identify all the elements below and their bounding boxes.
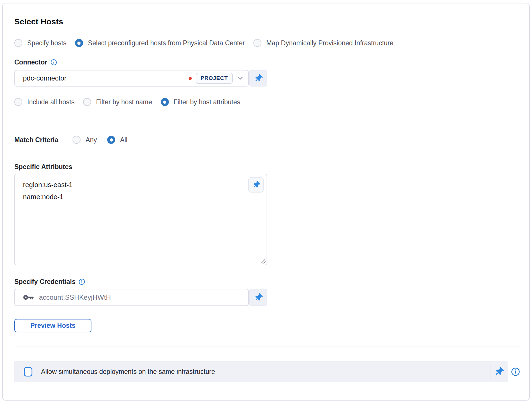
- credentials-pin-button[interactable]: [249, 289, 267, 306]
- preview-hosts-button[interactable]: Preview Hosts: [14, 319, 91, 332]
- section-divider: [14, 346, 520, 346]
- radio-circle-icon[interactable]: [83, 98, 91, 106]
- radio-option-include-all-hosts[interactable]: Include all hosts: [14, 98, 75, 106]
- attributes-pin-button[interactable]: [248, 177, 264, 193]
- radio-circle-icon-selected[interactable]: [75, 39, 83, 47]
- radio-label: Include all hosts: [27, 98, 75, 106]
- connector-input[interactable]: pdc-connector PROJECT: [14, 70, 249, 87]
- footer-info-icon[interactable]: [511, 367, 520, 376]
- match-criteria-label: Match Criteria: [14, 136, 58, 144]
- credentials-value: account.SSHKeyjHWtH: [39, 293, 244, 301]
- radio-option-all[interactable]: All: [107, 136, 128, 144]
- connector-label: Connector: [14, 58, 47, 66]
- simultaneous-deployments-checkbox[interactable]: [24, 367, 32, 376]
- specific-attributes-textarea[interactable]: region:us-east-1 name:node-1: [14, 174, 267, 265]
- chevron-down-icon[interactable]: [237, 75, 244, 82]
- radio-label: Select preconfigured hosts from Physical…: [88, 39, 245, 47]
- specific-attributes-label: Specific Attributes: [14, 163, 72, 171]
- specific-attributes-field: region:us-east-1 name:node-1: [14, 174, 267, 265]
- host-source-radio-group: Specify hosts Select preconfigured hosts…: [14, 39, 520, 47]
- radio-option-specify-hosts[interactable]: Specify hosts: [14, 39, 66, 47]
- radio-circle-icon[interactable]: [73, 136, 81, 144]
- pin-icon: [493, 366, 505, 378]
- credentials-info-icon[interactable]: [79, 279, 85, 285]
- connector-label-row: Connector: [14, 58, 520, 66]
- footer-row: Allow simultaneous deployments on the sa…: [14, 361, 520, 382]
- pin-icon: [253, 73, 264, 84]
- host-filter-radio-group: Include all hosts Filter by host name Fi…: [14, 98, 520, 106]
- specific-attributes-label-row: Specific Attributes: [14, 163, 520, 171]
- radio-circle-icon[interactable]: [253, 39, 261, 47]
- match-criteria-row: Match Criteria Any All: [14, 136, 520, 144]
- radio-label: All: [120, 136, 128, 144]
- credentials-input[interactable]: account.SSHKeyjHWtH: [14, 289, 249, 306]
- scope-badge: PROJECT: [196, 73, 233, 84]
- page-title: Select Hosts: [14, 17, 520, 26]
- footer-pin-button[interactable]: [490, 361, 508, 382]
- radio-label: Specify hosts: [27, 39, 66, 47]
- select-hosts-panel: Select Hosts Specify hosts Select precon…: [2, 3, 530, 401]
- radio-circle-icon-selected[interactable]: [161, 98, 169, 106]
- radio-option-preconfigured-hosts[interactable]: Select preconfigured hosts from Physical…: [75, 39, 245, 47]
- radio-circle-icon[interactable]: [14, 98, 22, 106]
- radio-option-dynamic-infrastructure[interactable]: Map Dynamically Provisioned Infrastructu…: [253, 39, 394, 47]
- specify-credentials-label: Specify Credentials: [14, 278, 75, 286]
- radio-label: Any: [85, 136, 97, 144]
- radio-circle-icon-selected[interactable]: [107, 136, 115, 144]
- pin-icon: [251, 180, 261, 190]
- radio-option-any[interactable]: Any: [73, 136, 97, 144]
- credentials-label-row: Specify Credentials: [14, 278, 520, 286]
- radio-label: Filter by host name: [96, 98, 152, 106]
- connector-pin-button[interactable]: [249, 70, 267, 87]
- radio-option-filter-by-host-name[interactable]: Filter by host name: [83, 98, 152, 106]
- required-dot-icon: [189, 77, 192, 80]
- connector-field: pdc-connector PROJECT: [14, 70, 267, 87]
- credentials-field: account.SSHKeyjHWtH: [14, 289, 267, 306]
- pin-icon: [253, 292, 264, 303]
- simultaneous-deployments-label: Allow simultaneous deployments on the sa…: [41, 368, 490, 376]
- connector-value: pdc-connector: [23, 74, 189, 82]
- radio-option-filter-by-host-attributes[interactable]: Filter by host attributes: [161, 98, 240, 106]
- radio-label: Map Dynamically Provisioned Infrastructu…: [266, 39, 394, 47]
- radio-label: Filter by host attributes: [174, 98, 240, 106]
- simultaneous-deployments-row: Allow simultaneous deployments on the sa…: [14, 361, 508, 382]
- connector-info-icon[interactable]: [50, 59, 57, 66]
- resize-handle-icon[interactable]: [260, 258, 266, 264]
- radio-circle-icon[interactable]: [14, 39, 22, 47]
- key-icon: [23, 294, 34, 301]
